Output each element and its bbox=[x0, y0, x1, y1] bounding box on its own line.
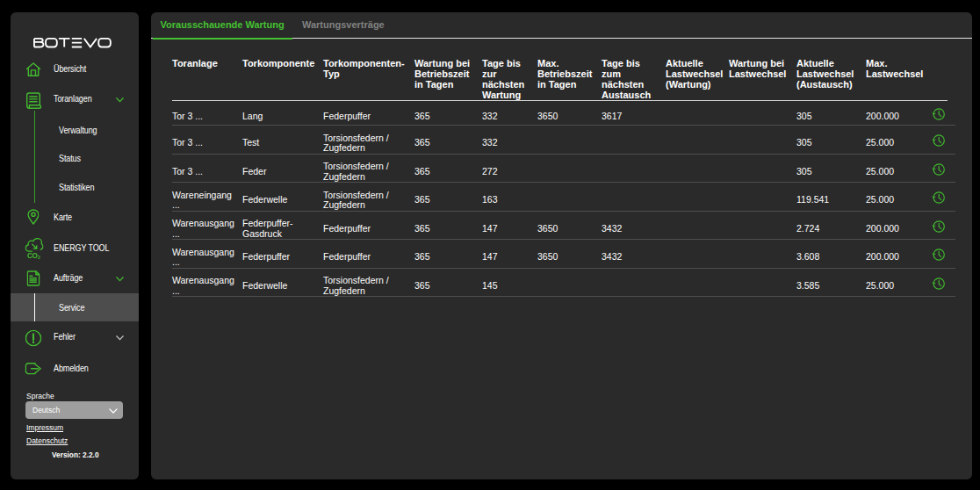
svg-text:CO: CO bbox=[27, 252, 39, 259]
svg-text:2: 2 bbox=[38, 254, 40, 259]
